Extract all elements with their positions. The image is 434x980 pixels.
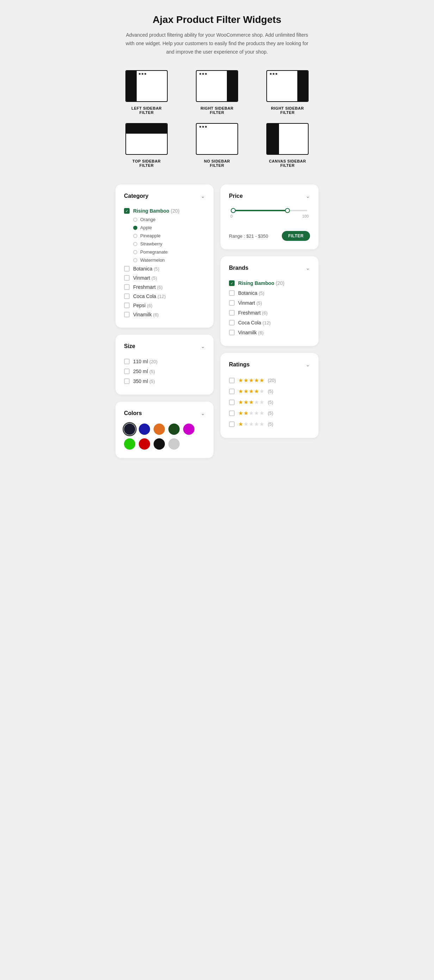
stars-3: ★★★★★ [238,399,264,406]
color-swatch-orange[interactable] [154,423,165,435]
brand-checkbox[interactable] [229,330,234,336]
category-checkbox[interactable] [124,312,130,317]
color-swatch-black[interactable] [154,438,165,450]
category-checkbox[interactable] [124,275,130,281]
size-checkbox[interactable] [124,369,130,374]
brand-item[interactable]: Rising Bamboo (20) [229,278,310,288]
chevron-down-icon[interactable]: ⌄ [306,265,310,271]
rating-checkbox[interactable] [229,410,234,416]
brands-title: Brands [229,265,248,271]
size-checkbox[interactable] [124,359,130,364]
category-checkbox[interactable] [124,302,130,308]
sub-item[interactable]: Orange [133,215,205,224]
sub-item[interactable]: Apple [133,224,205,232]
brand-item[interactable]: Freshmart (6) [229,308,310,318]
radio-dot[interactable] [133,218,138,222]
chevron-down-icon[interactable]: ⌄ [306,362,310,368]
price-widget: Price ⌄ 0 100 Range : $21 - $350 FILTER [220,185,318,249]
layout-right-sidebar-2[interactable]: RIGHT SIDEBARFILTER [257,70,318,115]
size-item[interactable]: 350 ml (5) [124,376,205,386]
brand-checkbox[interactable] [229,300,234,306]
sub-item[interactable]: Watermelon [133,256,205,264]
color-swatch-dark-green[interactable] [168,423,180,435]
sub-item[interactable]: Pomegranate [133,248,205,256]
color-swatch-red[interactable] [139,438,150,450]
radio-dot[interactable] [133,242,138,246]
chevron-down-icon[interactable]: ⌄ [201,344,205,349]
rating-checkbox[interactable] [229,378,234,383]
filter-button[interactable]: FILTER [282,231,310,241]
stars-5: ★★★★★ [238,377,264,384]
rating-checkbox[interactable] [229,422,234,427]
layout-right-sidebar-1[interactable]: RIGHT SIDEBARFILTER [186,70,248,115]
rating-checkbox[interactable] [229,399,234,405]
page-header: Ajax Product Filter Widgets Advanced pro… [116,14,318,56]
brand-checkbox[interactable] [229,290,234,296]
slider-track[interactable] [232,210,307,211]
color-swatch-gray[interactable] [168,438,180,450]
radio-dot-active[interactable] [133,226,138,230]
layout-left-sidebar[interactable]: LEFT SIDEBARFILTER [116,70,177,115]
color-swatch-dark-blue[interactable] [124,423,135,435]
brand-checkbox[interactable] [229,320,234,326]
brand-item[interactable]: Vinamilk (6) [229,328,310,337]
slider-handle-right[interactable] [285,208,290,213]
radio-dot[interactable] [133,234,138,238]
size-item[interactable]: 250 ml (5) [124,366,205,376]
category-item[interactable]: Vinamilk (6) [124,310,205,319]
rating-item[interactable]: ★★★★★ (20) [229,375,310,386]
category-checkbox[interactable] [124,208,130,214]
category-widget: Category ⌄ Rising Bamboo (20) Orange App… [116,185,214,328]
category-item[interactable]: Coca Cola (12) [124,292,205,301]
layout-top-sidebar[interactable]: TOP SIDEBARFILTER [116,123,177,167]
layout-label: RIGHT SIDEBARFILTER [200,106,233,115]
brand-item[interactable]: Vinmart (5) [229,298,310,308]
rating-item[interactable]: ★★★★★ (5) [229,418,310,430]
category-item[interactable]: Pepsi (6) [124,301,205,310]
rating-item[interactable]: ★★★★★ (5) [229,397,310,408]
rating-checkbox[interactable] [229,389,234,394]
size-checkbox[interactable] [124,379,130,384]
sub-item[interactable]: Strawberry [133,240,205,248]
radio-dot[interactable] [133,258,138,262]
category-item[interactable]: Rising Bamboo (20) [124,206,205,215]
rating-item[interactable]: ★★★★★ (5) [229,386,310,397]
layout-canvas-sidebar[interactable]: CANVAS SIDEBARFILTER [257,123,318,167]
colors-grid [124,423,205,450]
category-item[interactable]: Botanica (5) [124,264,205,273]
sub-item[interactable]: Pineapple [133,232,205,240]
chevron-down-icon[interactable]: ⌄ [201,193,205,199]
colors-title: Colors [124,410,142,417]
category-checkbox[interactable] [124,266,130,272]
brand-checkbox[interactable] [229,280,234,286]
colors-header: Colors ⌄ [124,410,205,417]
category-item[interactable]: Vinmart (5) [124,273,205,282]
chevron-down-icon[interactable]: ⌄ [306,193,310,199]
ratings-header: Ratings ⌄ [229,361,310,368]
layout-label: LEFT SIDEBARFILTER [131,106,162,115]
colors-widget: Colors ⌄ [116,402,214,458]
layout-no-sidebar[interactable]: NO SIDEBARFILTER [186,123,248,167]
category-item[interactable]: Freshmart (6) [124,282,205,292]
category-header: Category ⌄ [124,193,205,199]
color-swatch-blue[interactable] [139,423,150,435]
brand-item[interactable]: Coca Cola (12) [229,318,310,328]
chevron-down-icon[interactable]: ⌄ [201,410,205,416]
color-swatch-green[interactable] [124,438,135,450]
slider-labels: 0 100 [229,214,310,218]
category-checkbox[interactable] [124,284,130,290]
radio-dot[interactable] [133,250,138,254]
price-range-row: Range : $21 - $350 FILTER [229,231,310,241]
rating-item[interactable]: ★★★★★ (5) [229,408,310,418]
brands-widget: Brands ⌄ Rising Bamboo (20) Botanica (5)… [220,256,318,346]
color-swatch-magenta[interactable] [183,423,195,435]
brand-item[interactable]: Botanica (5) [229,288,310,298]
layout-label: NO SIDEBARFILTER [204,159,230,167]
category-checkbox[interactable] [124,293,130,299]
size-header: Size ⌄ [124,343,205,350]
brand-checkbox[interactable] [229,310,234,316]
slider-handle-left[interactable] [231,208,236,213]
size-item[interactable]: 110 ml (20) [124,356,205,366]
left-column: Category ⌄ Rising Bamboo (20) Orange App… [116,185,214,458]
size-widget: Size ⌄ 110 ml (20) 250 ml (5) 350 ml (5) [116,335,214,395]
